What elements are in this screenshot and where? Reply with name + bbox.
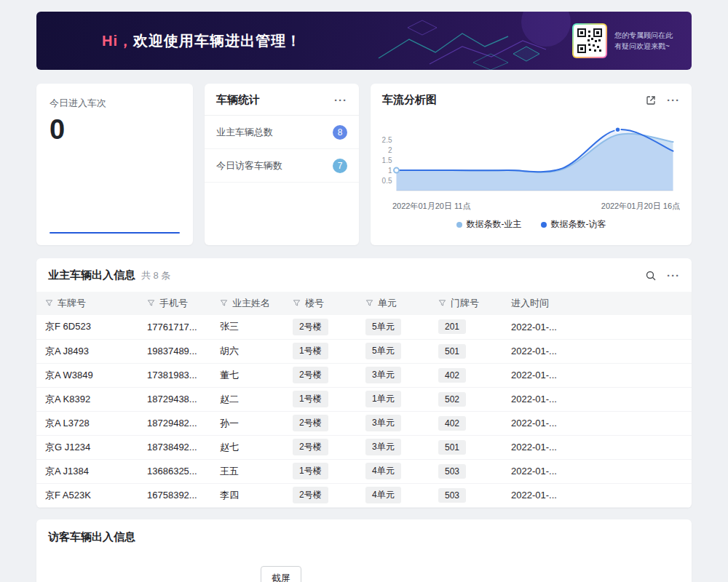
flow-chart-card: 车流分析图 ··· 0.511.522.5 2022年01月20日 1 [371,84,692,245]
qr-code[interactable] [574,25,606,57]
legend-item[interactable]: 数据条数-访客 [541,218,606,231]
more-menu-icon[interactable]: ··· [334,95,347,105]
legend-item[interactable]: 数据条数-业主 [456,218,522,231]
vehicle-stats-card: 车辆统计 ··· 业主车辆总数8今日访客车辆数7 [205,84,359,245]
owner-table-body: 京F 6D52317761717...张三2号楼5单元2012022-01-..… [36,315,692,507]
filter-icon [45,299,53,307]
screenshot-button[interactable]: 截屏 [261,566,301,582]
column-label: 手机号 [159,298,188,308]
column-header-2[interactable]: 手机号 [138,292,211,315]
y-tick-label: 1.5 [382,156,392,164]
welcome-banner: Hi，欢迎使用车辆进出管理！ [36,12,692,70]
column-label: 楼号 [305,298,324,308]
cell-unit: 5单元 [357,339,430,363]
cell-building: 1号楼 [284,387,357,411]
cell-door: 503 [430,483,502,507]
advisor-block: 您的专属顾问在此 有疑问欢迎来戳~ [572,23,673,58]
cell-phone: 18738492... [138,435,211,459]
cell-plate: 京F A523K [36,483,138,507]
cell-phone: 16758392... [138,483,211,507]
cell-unit: 5单元 [357,315,430,339]
tag-door: 402 [438,368,466,383]
column-header-5[interactable]: 单元 [357,292,430,315]
column-label: 单元 [378,298,397,308]
cell-time: 2022-01-... [502,459,575,483]
tag-door: 501 [438,440,466,455]
cell-time: 2022-01-... [502,483,575,507]
chart-area: 0.511.522.5 [371,115,692,201]
stat-item-label: 业主车辆总数 [216,126,333,139]
table-row[interactable]: 京A J138413686325...王五1号楼4单元5032022-01-..… [36,459,692,483]
cell-filler [575,387,692,411]
column-header-4[interactable]: 楼号 [284,292,357,315]
legend-dot [541,222,547,228]
cell-unit: 3单元 [357,411,430,435]
column-header-6[interactable]: 门牌号 [430,292,502,315]
cell-unit: 3单元 [357,363,430,387]
cell-door: 502 [430,387,502,411]
owner-table-title: 业主车辆出入信息 [48,268,135,282]
stat-item-label: 今日访客车辆数 [216,159,333,172]
data-point-marker [615,127,620,132]
cell-plate: 京F 6D523 [36,315,138,339]
advisor-text: 您的专属顾问在此 有疑问欢迎来戳~ [614,30,673,52]
table-row[interactable]: 京G J123418738492...赵七2号楼3单元5012022-01-..… [36,435,692,459]
stat-item[interactable]: 业主车辆总数8 [205,116,359,149]
cell-time: 2022-01-... [502,387,575,411]
metric-title: 今日进入车次 [50,97,180,110]
stats-list: 业主车辆总数8今日访客车辆数7 [205,116,359,183]
table-row[interactable]: 京F 6D52317761717...张三2号楼5单元2012022-01-..… [36,315,692,339]
x-axis-label-end: 2022年01月20日 16点 [601,201,680,212]
cell-name: 孙一 [211,411,284,435]
cell-filler [575,435,692,459]
stat-count-badge: 8 [333,125,347,140]
tag-building: 2号楼 [293,415,328,431]
search-icon[interactable] [645,270,657,282]
cell-unit: 1单元 [357,387,430,411]
y-tick-label: 0.5 [382,177,392,185]
visitor-table-header: 访客车辆出入信息 [36,519,692,544]
cell-unit: 4单元 [357,459,430,483]
cell-time: 2022-01-... [502,435,575,459]
more-menu-icon[interactable]: ··· [667,95,680,105]
column-header-1[interactable]: 车牌号 [36,292,138,315]
stat-count-badge: 7 [333,159,347,173]
owner-table: 车牌号手机号业主姓名楼号单元门牌号进入时间 京F 6D52317761717..… [36,292,692,508]
legend-label: 数据条数-业主 [467,218,522,231]
owner-table-header: 业主车辆出入信息 共 8 条 ··· [36,258,692,292]
stat-item[interactable]: 今日访客车辆数7 [205,149,359,183]
cell-building: 1号楼 [284,459,357,483]
dashboard-page: Hi，欢迎使用车辆进出管理！ [0,0,728,582]
cards-row: 今日进入车次 0 车辆统计 ··· 业主车辆总数8今日访客车辆数7 车流分析图 [36,84,692,245]
column-header-7[interactable]: 进入时间 [502,292,575,315]
table-row[interactable]: 京A W384917381983...董七2号楼3单元4022022-01-..… [36,363,692,387]
more-menu-icon[interactable]: ··· [667,270,680,281]
filter-icon [220,299,228,307]
cell-phone: 17381983... [138,363,211,387]
x-axis-label-start: 2022年01月20日 11点 [392,201,470,212]
tag-building: 2号楼 [293,367,328,383]
column-header-3[interactable]: 业主姓名 [211,292,284,315]
cell-door: 402 [430,411,502,435]
cell-name: 赵七 [211,435,284,459]
cell-name: 张三 [211,315,284,339]
metric-value: 0 [50,114,180,146]
filter-icon [293,299,301,307]
table-row[interactable]: 京A L372818729482...孙一2号楼3单元4022022-01-..… [36,411,692,435]
table-row[interactable]: 京F A523K16758392...李四2号楼4单元5032022-01-..… [36,483,692,507]
chart-x-axis: 2022年01月20日 11点 2022年01月20日 16点 [371,201,692,212]
tag-door: 502 [438,392,466,407]
cell-phone: 19837489... [138,339,211,363]
visitor-table-card: 访客车辆出入信息 截屏 [36,519,692,582]
cell-name: 王五 [211,459,284,483]
filter-icon [438,299,446,307]
table-row[interactable]: 京A J849319837489...胡六1号楼5单元5012022-01-..… [36,339,692,363]
tag-building: 2号楼 [293,487,328,503]
cell-plate: 京A J1384 [36,459,138,483]
cell-door: 402 [430,363,502,387]
export-icon[interactable] [645,95,657,106]
table-row[interactable]: 京A K839218729438...赵二1号楼1单元5022022-01-..… [36,387,692,411]
cell-building: 2号楼 [284,411,357,435]
qr-code-frame [572,23,607,58]
cell-filler [575,411,692,435]
